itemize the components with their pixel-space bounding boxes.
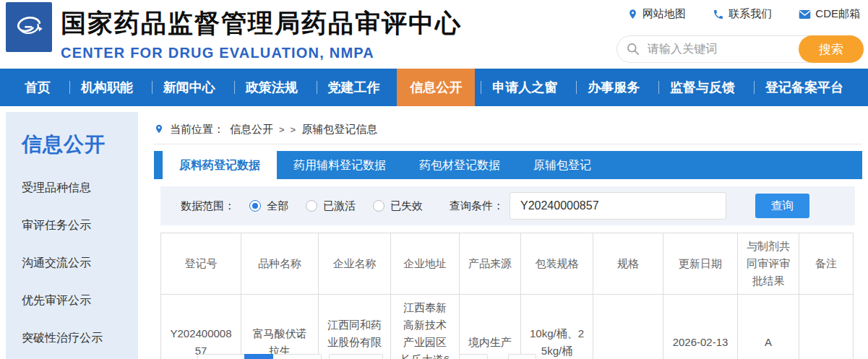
col-company-name: 企业名称 [319, 233, 391, 295]
main-nav: 首页 机构职能 新闻中心 政策法规 党建工作 信息公开 申请人之窗 办事服务 监… [0, 69, 868, 106]
search-button[interactable]: 搜索 [799, 35, 864, 63]
sidebar-item-breakthrough-therapy[interactable]: 突破性治疗公示 [22, 331, 138, 346]
nav-item-news[interactable]: 新闻中心 [150, 69, 228, 106]
cell-update-date: 2026-02-13 [663, 295, 738, 359]
radio-dot [249, 200, 261, 212]
nav-item-home[interactable]: 首页 [12, 69, 64, 106]
nav-item-info-disclosure[interactable]: 信息公开 [397, 69, 475, 106]
data-scope-label: 数据范围： [181, 199, 235, 213]
breadcrumb: 当前位置：信息公开 > > 原辅包登记信息 [154, 116, 862, 144]
pagination-current-page[interactable] [244, 354, 273, 359]
col-remarks: 备注 [799, 233, 854, 295]
nav-item-party-building[interactable]: 党建工作 [315, 69, 393, 106]
col-update-date: 更新日期 [663, 233, 738, 295]
nav-item-registration-platform[interactable]: 登记备案平台 [752, 69, 856, 106]
sidebar: 信息公开 受理品种信息 审评任务公示 沟通交流公示 优先审评公示 突破性治疗公示… [6, 112, 138, 359]
cell-variety-name: 富马酸伏诺拉生 [241, 295, 319, 359]
sidebar-item-priority-review[interactable]: 优先审评公示 [22, 293, 138, 308]
table-row: Y20240000857 富马酸伏诺拉生 江西同和药业股份有限公司 江西奉新高新… [161, 295, 854, 359]
radio-expired-label: 已失效 [390, 199, 423, 213]
col-packaging-spec: 包装规格 [521, 233, 593, 295]
tab-raw-aux-pack-registration[interactable]: 原辅包登记 [517, 151, 608, 179]
query-condition-label: 查询条件： [450, 199, 504, 213]
breadcrumb-section[interactable]: 信息公开 [230, 123, 273, 137]
tab-packaging-registration-data[interactable]: 药包材登记数据 [403, 151, 517, 179]
tab-bar: 原料药登记数据 药用辅料登记数据 药包材登记数据 原辅包登记 [154, 151, 862, 179]
sitemap-link[interactable]: 网站地图 [627, 7, 686, 21]
header-quick-links: 网站地图 联系我们 CDE邮箱 [627, 7, 860, 21]
col-product-origin: 产品来源 [460, 233, 521, 295]
radio-dot [373, 200, 384, 212]
col-company-address: 企业地址 [391, 233, 460, 295]
radio-activated[interactable]: 已激活 [306, 199, 356, 213]
query-input[interactable] [510, 192, 726, 220]
contact-label: 联系我们 [729, 7, 772, 21]
sidebar-title: 信息公开 [22, 131, 138, 158]
radio-activated-label: 已激活 [323, 199, 356, 213]
site-titles: 国家药品监督管理局药品审评中心 CENTER FOR DRUG EVALUATI… [61, 7, 462, 61]
sidebar-item-review-tasks[interactable]: 审评任务公示 [22, 218, 138, 233]
tab-excipient-registration-data[interactable]: 药用辅料登记数据 [277, 151, 403, 179]
breadcrumb-separator: > [291, 124, 296, 135]
filter-bar: 数据范围： 全部 已激活 已失效 查询条件： 查询 [160, 186, 855, 225]
cde-mail-link[interactable]: CDE邮箱 [799, 7, 860, 21]
breadcrumb-prefix: 当前位置： [170, 123, 224, 137]
location-pin-icon [154, 123, 164, 137]
cell-registration-no: Y20240000857 [161, 295, 241, 359]
site-title-en: CENTER FOR DRUG EVALUATION, NMPA [61, 45, 462, 61]
cell-company-address: 江西奉新高新技术产业园区长乐大道699号 [391, 295, 460, 359]
map-pin-icon [627, 8, 638, 20]
mail-icon [799, 9, 811, 20]
sitemap-label: 网站地图 [643, 7, 686, 21]
radio-dot [306, 200, 317, 212]
breadcrumb-separator: > [279, 124, 285, 135]
nav-item-supervision-feedback[interactable]: 监督与反馈 [657, 69, 748, 106]
site-logo[interactable] [6, 2, 52, 52]
radio-all-label: 全部 [267, 199, 288, 213]
search-icon [626, 42, 640, 59]
cell-company-name: 江西同和药业股份有限公司 [319, 295, 391, 359]
pagination-next-button[interactable] [329, 354, 383, 359]
radio-expired[interactable]: 已失效 [373, 199, 423, 213]
nav-item-functions[interactable]: 机构职能 [68, 69, 146, 106]
nav-item-services[interactable]: 办事服务 [575, 69, 653, 106]
nav-item-applicant-window[interactable]: 申请人之窗 [479, 69, 570, 106]
site-header: 国家药品监督管理局药品审评中心 CENTER FOR DRUG EVALUATI… [0, 0, 868, 69]
table-header-row: 登记号 品种名称 企业名称 企业地址 产品来源 包装规格 规格 更新日期 与制剂… [161, 233, 854, 295]
nav-item-policies[interactable]: 政策法规 [233, 69, 311, 106]
tab-api-registration-data[interactable]: 原料药登记数据 [163, 151, 277, 182]
cell-spec [593, 295, 663, 359]
cde-mail-label: CDE邮箱 [815, 7, 860, 21]
cell-joint-review-result: A [738, 295, 799, 359]
col-joint-review-result: 与制剂共同审评审批结果 [738, 233, 799, 295]
radio-all[interactable]: 全部 [249, 199, 288, 213]
cell-remarks [799, 295, 854, 359]
site-title-cn: 国家药品监督管理局药品审评中心 [61, 7, 462, 40]
breadcrumb-current: 原辅包登记信息 [301, 123, 377, 137]
col-variety-name: 品种名称 [241, 233, 319, 295]
col-registration-no: 登记号 [161, 233, 241, 295]
sidebar-item-accepted-varieties[interactable]: 受理品种信息 [22, 181, 138, 196]
contact-link[interactable]: 联系我们 [713, 7, 772, 21]
col-spec: 规格 [593, 233, 663, 295]
site-search: 搜索 [616, 35, 864, 63]
pagination-group[interactable] [197, 354, 322, 359]
phone-icon [713, 9, 724, 20]
cell-product-origin: 境内生产 [460, 295, 521, 359]
sidebar-item-communication[interactable]: 沟通交流公示 [22, 256, 138, 271]
pagination-button[interactable] [459, 354, 488, 359]
pagination-button[interactable] [508, 354, 536, 359]
registration-table: 登记号 品种名称 企业名称 企业地址 产品来源 包装规格 规格 更新日期 与制剂… [160, 233, 854, 359]
query-button[interactable]: 查询 [755, 194, 809, 218]
cell-packaging-spec: 10kg/桶、25kg/桶 [521, 295, 593, 359]
